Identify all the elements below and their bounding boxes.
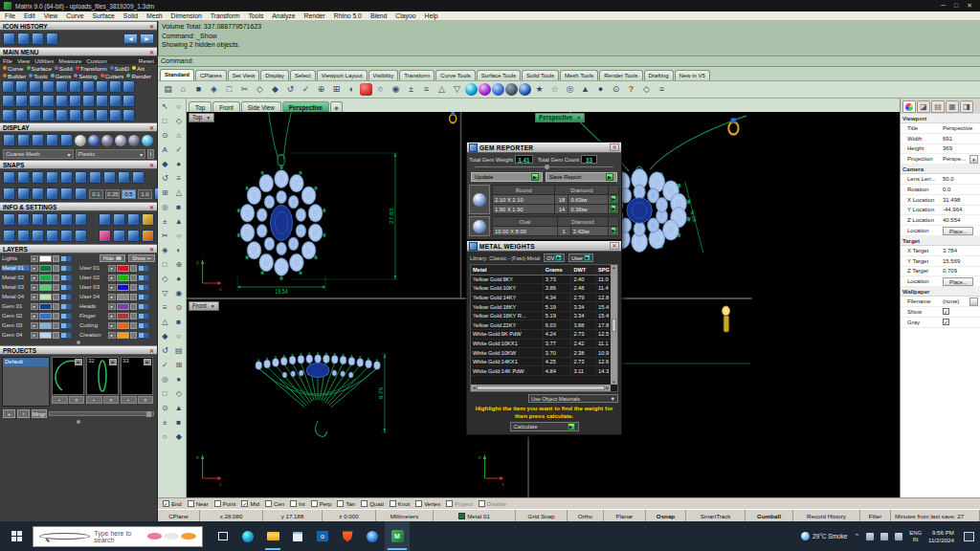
side-tool-icon-35[interactable]: ↺ — [159, 344, 171, 357]
tool-icon[interactable] — [75, 187, 87, 200]
menu-curve[interactable]: Curve — [66, 12, 83, 19]
tool-icon[interactable] — [15, 109, 28, 121]
side-tool-icon-22[interactable]: ◐ — [172, 244, 185, 256]
side-tool-icon-44[interactable]: ▲ — [172, 402, 185, 414]
metal-col-grams[interactable]: Grams — [543, 265, 571, 275]
close-icon[interactable]: ✕ — [610, 143, 619, 151]
layer-metal-01[interactable]: Metal 01 — [2, 265, 30, 271]
tool-icon[interactable] — [17, 134, 30, 146]
tool-icon[interactable] — [113, 230, 125, 242]
osnap-end[interactable]: ✓End — [163, 500, 182, 507]
osnap-knot[interactable]: Knot — [390, 500, 410, 507]
layer-visibility-toggle[interactable] — [138, 265, 149, 272]
play-icon[interactable]: ▸ — [31, 303, 38, 310]
play-icon[interactable]: ▸ — [31, 265, 38, 272]
tool-icon[interactable] — [82, 95, 95, 107]
osnap-vertex[interactable]: Vertex — [415, 500, 440, 507]
toolbar-icon-16[interactable]: ◉ — [389, 82, 403, 97]
tool-icon[interactable] — [46, 213, 58, 226]
layer-color-swatch[interactable] — [117, 303, 129, 310]
taskbar-app-brave[interactable] — [335, 521, 360, 551]
tool-icon[interactable] — [3, 187, 15, 200]
mainmenu-utilities[interactable]: Utilities — [34, 57, 54, 64]
project-list[interactable]: Default — [2, 357, 50, 407]
menu-render[interactable]: Render — [304, 12, 325, 19]
tool-icon[interactable] — [2, 95, 14, 107]
close-icon[interactable]: ✕ — [149, 204, 154, 210]
material-sphere-icon[interactable] — [115, 135, 126, 146]
tool-icon[interactable] — [127, 230, 140, 242]
ribbon-tab-surface-tools[interactable]: Surface Tools — [477, 70, 521, 80]
layer-color-swatch[interactable] — [117, 284, 129, 291]
tool-icon[interactable] — [122, 109, 135, 121]
layer-visibility-toggle[interactable] — [60, 265, 72, 272]
close-icon[interactable]: ✕ — [149, 23, 154, 30]
horizontal-scrollbar[interactable]: ◄► — [471, 385, 611, 391]
toolbar-icon-18[interactable]: ≡ — [419, 82, 434, 97]
toolbar-icon-26[interactable]: ★ — [532, 82, 546, 97]
side-tool-icon-1[interactable]: ↖ — [159, 100, 171, 113]
toolbar-icon-32[interactable]: ? — [624, 82, 638, 97]
volume-icon[interactable] — [895, 533, 902, 540]
close-icon[interactable]: ✕ — [149, 246, 154, 253]
thumb-save-button[interactable]: ▪ — [52, 396, 68, 404]
layer-color-swatch[interactable] — [39, 275, 52, 281]
status-cplane[interactable]: CPlane — [158, 510, 200, 521]
side-tool-icon-20[interactable]: ○ — [172, 230, 185, 242]
status-toggle-smarttrack[interactable]: SmartTrack — [686, 510, 746, 521]
taskbar-app-file-explorer[interactable] — [260, 521, 285, 551]
category-cutters[interactable]: Cutters — [100, 73, 124, 79]
lock-icon[interactable] — [53, 255, 59, 262]
tool-icon[interactable] — [69, 95, 81, 107]
projects--button[interactable]: + — [3, 409, 15, 418]
hide-button[interactable]: Hide — [100, 254, 125, 262]
menu-solid[interactable]: Solid — [123, 12, 138, 19]
layer-visibility-toggle[interactable] — [138, 294, 149, 300]
metal-row[interactable]: Yellow Gold:14KY4.342.7912.8 — [471, 293, 612, 302]
tool-icon[interactable] — [46, 230, 58, 242]
maximize-icon[interactable]: □ — [954, 2, 958, 10]
layer-visibility-toggle[interactable] — [138, 284, 149, 291]
side-tool-icon-10[interactable]: ● — [172, 158, 185, 170]
toolbar-icon-30[interactable]: ● — [593, 82, 608, 97]
category-gems[interactable]: Gems — [51, 73, 72, 79]
metal-col-dwt[interactable]: DWT — [571, 265, 596, 275]
side-tool-icon-47[interactable]: ○ — [159, 430, 171, 443]
layer-visibility-toggle[interactable] — [60, 322, 72, 329]
mesh-mode-dropdown[interactable]: Coarse Mesh▾ — [3, 149, 74, 159]
panel-header-main-menu[interactable]: MAIN MENU✕ — [0, 47, 157, 56]
side-tool-icon-25[interactable]: ◇ — [159, 273, 171, 285]
tool-icon[interactable] — [60, 230, 73, 242]
tool-icon[interactable] — [122, 95, 135, 107]
layer-visibility-toggle[interactable] — [138, 275, 149, 281]
tool-icon[interactable] — [103, 171, 116, 184]
lock-icon[interactable] — [53, 284, 59, 291]
toolbar-icon-10[interactable]: ✓ — [299, 82, 313, 97]
thumb-save-button[interactable]: ▪ — [121, 396, 137, 404]
status-toggle-planar[interactable]: Planar — [604, 510, 646, 521]
side-tool-icon-41[interactable]: □ — [159, 387, 171, 400]
mainmenu-file[interactable]: File — [3, 57, 12, 64]
close-icon[interactable]: ✕ — [967, 2, 972, 10]
tool-icon[interactable] — [60, 134, 73, 146]
play-icon[interactable]: ▸ — [108, 303, 116, 310]
menu-rhino-5-0[interactable]: Rhino 5.0 — [334, 12, 362, 19]
ribbon-tab-viewport-layout[interactable]: Viewport Layout — [317, 70, 368, 80]
tray-expand-chevron[interactable]: ⌃ — [854, 533, 859, 540]
menu-analyze[interactable]: Analyze — [272, 12, 295, 19]
side-tool-icon-28[interactable]: ◉ — [172, 287, 185, 299]
display-tab[interactable]: ▤ — [931, 100, 945, 113]
layer-color-swatch[interactable] — [117, 313, 129, 320]
snap-value-0-25[interactable]: 0.25 — [105, 189, 120, 199]
side-tool-icon-39[interactable]: ◎ — [159, 373, 171, 386]
tool-icon[interactable] — [32, 33, 44, 45]
mainmenu-view[interactable]: View — [17, 57, 30, 64]
layer-gem-04[interactable]: Gem 04 — [2, 332, 30, 338]
viewport-front-dropdown[interactable]: Front▼ — [189, 301, 219, 311]
layer-visibility-toggle[interactable] — [138, 303, 149, 310]
tool-icon[interactable] — [118, 171, 130, 184]
toolbar-icon-22[interactable] — [479, 83, 491, 96]
tool-icon[interactable] — [2, 109, 14, 121]
side-tool-icon-34[interactable]: ○ — [172, 330, 185, 342]
osnap-near[interactable]: Near — [188, 500, 209, 507]
